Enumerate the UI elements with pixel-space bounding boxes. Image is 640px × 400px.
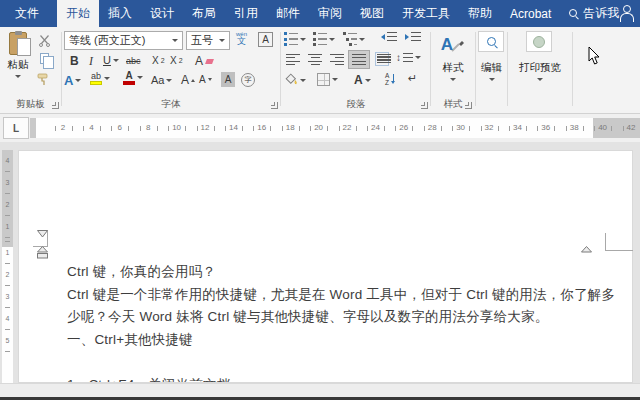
multilevel-list-button[interactable] [343,32,365,46]
chevron-down-icon[interactable] [489,78,495,81]
h-ruler-tick [469,126,470,131]
strikethrough-button[interactable]: abc [126,56,141,66]
line-spacing-button[interactable]: ↕ [396,52,421,63]
asian-layout-button[interactable]: A [354,73,371,87]
h-ruler-tick [327,126,328,131]
first-line-indent-marker[interactable] [37,230,48,238]
tab-插入[interactable]: 插入 [99,0,141,27]
sort-button[interactable]: AZ [385,72,395,86]
chevron-down-icon[interactable] [415,56,421,59]
tab-开始[interactable]: 开始 [57,0,99,27]
subscript-button[interactable]: X2 [152,55,165,66]
chevron-down-icon[interactable] [219,39,225,42]
borders-button[interactable] [317,73,338,86]
h-ruler-tick [157,126,158,131]
font-name-combo[interactable]: 等线 (西文正文) [64,31,183,50]
tab-视图[interactable]: 视图 [351,0,393,27]
doc-line[interactable]: 一、Ctrl+其他快捷键 [67,329,627,352]
underline-button[interactable]: U [103,54,119,66]
tab-设计[interactable]: 设计 [141,0,183,27]
print-preview-button[interactable]: 打印预览 [509,27,571,113]
h-ruler-tick [583,126,584,131]
align-left-button[interactable] [283,51,303,68]
bullets-button[interactable] [284,32,306,46]
shading-button[interactable] [284,73,306,87]
show-marks-button[interactable]: ↵ [408,72,417,85]
distribute-button[interactable] [372,50,392,67]
styles-dialog-launcher[interactable] [465,102,472,109]
ribbon-tab-bar-tabs: 文件开始插入设计布局引用邮件审阅视图开发工具帮助Acrobat告诉我 [0,0,640,27]
tab-帮助[interactable]: 帮助 [459,0,501,27]
text-effects-button[interactable]: A [64,73,81,88]
font-size-combo[interactable]: 五号 [186,31,230,50]
enclose-characters-button[interactable]: 字 [241,73,255,87]
chevron-down-icon[interactable] [359,38,365,41]
italic-button[interactable]: I [89,54,93,69]
numbering-button[interactable] [313,32,335,46]
doc-line[interactable]: 少呢？今天 Word 妹将 Ctrl 键与其他快捷键、字母以及数字的用法分享给大… [67,306,627,329]
chevron-down-icon[interactable] [450,78,456,81]
tab-布局[interactable]: 布局 [183,0,225,27]
doc-line[interactable]: 1、Ctrl+F4：关闭当前文档 [67,374,627,384]
editing-button[interactable]: 编辑 [477,27,506,113]
tab-文件[interactable]: 文件 [0,0,54,27]
grow-font-button[interactable]: A [181,73,195,87]
tab-stop-selector[interactable]: L [3,117,29,139]
v-ruler-number: 1 [2,223,13,230]
highlight-color-button[interactable]: ab [90,72,110,85]
chevron-down-icon[interactable] [166,79,172,82]
clear-formatting-a: A [195,54,203,68]
format-painter-button[interactable] [33,71,51,87]
paragraph-dialog-launcher[interactable] [421,102,428,109]
align-center-button[interactable] [305,51,325,68]
phonetic-guide-button[interactable]: wén 文 [236,31,247,46]
change-case-button[interactable]: Aa [151,74,172,86]
doc-line[interactable] [67,351,627,374]
v-ruler-number: 3 [2,293,13,300]
tab-邮件[interactable]: 邮件 [267,0,309,27]
chevron-down-icon[interactable] [137,76,143,79]
hanging-indent-marker[interactable] [37,246,48,259]
copy-button[interactable] [35,50,53,66]
clipboard-dialog-launcher[interactable] [52,102,59,109]
asian-layout-icon: A [354,73,363,87]
chevron-down-icon[interactable] [329,38,335,41]
share-button[interactable] [618,5,638,23]
chevron-down-icon[interactable] [172,39,178,42]
chevron-down-icon[interactable] [332,78,338,81]
doc-line[interactable]: Ctrl 键是一个非常作用的快捷键，尤其是在 Word 工具中，但对于 Ctrl… [67,284,627,307]
decrease-indent-button[interactable] [381,32,397,41]
vertical-ruler[interactable]: 432112345 [2,150,13,383]
right-indent-marker[interactable] [581,246,592,253]
chevron-down-icon[interactable] [104,77,110,80]
chevron-down-icon[interactable] [300,79,306,82]
character-border-button[interactable]: A [258,32,273,47]
font-color-button[interactable]: A [123,71,143,85]
chevron-down-icon[interactable] [113,59,119,62]
clear-formatting-button[interactable]: A [195,54,213,68]
superscript-button[interactable]: X2 [170,55,183,66]
bold-button[interactable]: B [70,54,79,68]
h-ruler-scale[interactable]: 24681012141618202224262830323436384042 [30,118,640,138]
increase-indent-button[interactable] [405,32,421,41]
chevron-down-icon[interactable] [75,79,81,82]
chevron-down-icon[interactable] [365,79,371,82]
paste-dropdown-icon[interactable] [15,75,21,78]
paste-button[interactable]: 粘贴 [3,32,33,78]
tab-Acrobat[interactable]: Acrobat [501,0,560,27]
tab-审阅[interactable]: 审阅 [309,0,351,27]
chevron-down-icon[interactable] [300,38,306,41]
tab-开发工具[interactable]: 开发工具 [393,0,459,27]
paragraph-group-label: 段落 [282,98,430,111]
justify-button[interactable] [349,51,369,68]
font-dialog-launcher[interactable] [271,102,278,109]
h-ruler-tick [395,126,396,131]
character-shading-button[interactable]: A [221,72,235,87]
shrink-font-button[interactable]: A [199,74,212,85]
v-ruler-number: 2 [2,271,13,278]
doc-line[interactable]: Ctrl 键，你真的会用吗？ [67,261,627,284]
cut-button[interactable] [35,32,53,48]
align-right-button[interactable] [327,51,347,68]
chevron-down-icon[interactable] [537,78,543,81]
tab-引用[interactable]: 引用 [225,0,267,27]
